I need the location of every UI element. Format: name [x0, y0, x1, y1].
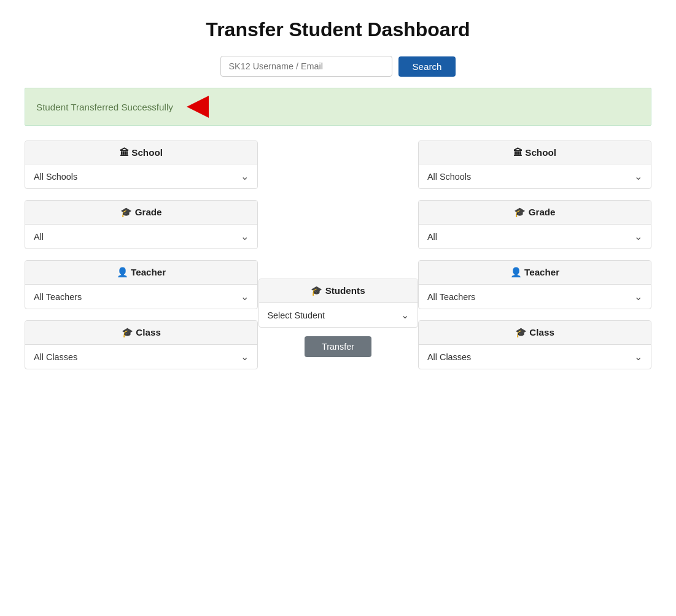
- left-column: 🏛 School All Schools ⌄ 🎓 Grade All ⌄: [25, 141, 258, 369]
- left-class-chevron: ⌄: [241, 351, 249, 363]
- search-button[interactable]: Search: [398, 56, 455, 77]
- right-teacher-body[interactable]: All Teachers ⌄: [419, 285, 651, 309]
- success-banner: Student Transferred Successfully: [25, 88, 651, 126]
- right-school-chevron: ⌄: [634, 171, 642, 182]
- left-teacher-chevron: ⌄: [241, 291, 249, 302]
- right-grade-card: 🎓 Grade All ⌄: [418, 200, 651, 249]
- students-value: Select Student: [268, 310, 325, 320]
- right-teacher-chevron: ⌄: [634, 291, 642, 302]
- main-columns: 🏛 School All Schools ⌄ 🎓 Grade All ⌄: [25, 141, 651, 369]
- students-chevron: ⌄: [401, 309, 409, 321]
- right-school-body[interactable]: All Schools ⌄: [419, 164, 651, 188]
- students-icon: 🎓: [311, 285, 322, 296]
- right-grade-value: All: [427, 232, 437, 242]
- right-class-chevron: ⌄: [634, 351, 642, 363]
- left-grade-body[interactable]: All ⌄: [25, 225, 257, 248]
- right-class-body[interactable]: All Classes ⌄: [419, 345, 651, 369]
- left-class-header: 🎓 Class: [25, 321, 257, 345]
- right-school-card: 🏛 School All Schools ⌄: [418, 141, 651, 189]
- left-grade-value: All: [34, 232, 44, 242]
- right-class-header: 🎓 Class: [419, 321, 651, 345]
- school-icon: 🏛: [120, 147, 129, 158]
- left-school-chevron: ⌄: [241, 171, 249, 182]
- left-school-body[interactable]: All Schools ⌄: [25, 164, 257, 188]
- arrow-icon: [187, 96, 209, 118]
- left-class-body[interactable]: All Classes ⌄: [25, 345, 257, 369]
- left-grade-header: 🎓 Grade: [25, 201, 257, 225]
- right-column: 🏛 School All Schools ⌄ 🎓 Grade All ⌄: [418, 141, 651, 369]
- teacher-icon-left: 👤: [117, 267, 128, 277]
- search-bar: Search: [25, 56, 651, 77]
- left-class-value: All Classes: [34, 352, 77, 362]
- right-teacher-card: 👤 Teacher All Teachers ⌄: [418, 260, 651, 309]
- right-class-value: All Classes: [427, 352, 471, 362]
- left-school-header: 🏛 School: [25, 141, 257, 164]
- class-icon-left: 🎓: [122, 327, 133, 337]
- page-wrapper: Transfer Student Dashboard Search Studen…: [0, 0, 676, 388]
- right-grade-chevron: ⌄: [634, 231, 642, 242]
- right-teacher-value: All Teachers: [427, 292, 475, 302]
- grade-icon-right: 🎓: [514, 207, 526, 217]
- right-teacher-header: 👤 Teacher: [419, 261, 651, 285]
- teacher-icon-right: 👤: [510, 267, 522, 277]
- students-body[interactable]: Select Student ⌄: [259, 303, 418, 327]
- right-school-header: 🏛 School: [419, 141, 651, 164]
- grade-icon-left: 🎓: [120, 207, 132, 217]
- students-card: 🎓 Students Select Student ⌄: [258, 279, 418, 328]
- transfer-button[interactable]: Transfer: [305, 336, 371, 357]
- right-grade-body[interactable]: All ⌄: [419, 225, 651, 248]
- page-title: Transfer Student Dashboard: [25, 18, 651, 41]
- left-grade-card: 🎓 Grade All ⌄: [25, 200, 258, 249]
- success-text: Student Transferred Successfully: [36, 102, 173, 112]
- left-school-card: 🏛 School All Schools ⌄: [25, 141, 258, 189]
- middle-column: 🎓 Students Select Student ⌄ Transfer: [258, 141, 418, 369]
- left-teacher-card: 👤 Teacher All Teachers ⌄: [25, 260, 258, 309]
- left-teacher-body[interactable]: All Teachers ⌄: [25, 285, 257, 309]
- left-class-card: 🎓 Class All Classes ⌄: [25, 320, 258, 369]
- class-icon-right: 🎓: [515, 327, 527, 337]
- right-grade-header: 🎓 Grade: [419, 201, 651, 225]
- right-school-value: All Schools: [427, 172, 471, 182]
- school-icon-right: 🏛: [513, 147, 523, 158]
- search-input[interactable]: [220, 56, 392, 77]
- students-header: 🎓 Students: [259, 279, 418, 303]
- left-teacher-value: All Teachers: [34, 292, 82, 302]
- left-school-value: All Schools: [34, 172, 77, 182]
- left-teacher-header: 👤 Teacher: [25, 261, 257, 285]
- right-class-card: 🎓 Class All Classes ⌄: [418, 320, 651, 369]
- left-grade-chevron: ⌄: [241, 231, 249, 242]
